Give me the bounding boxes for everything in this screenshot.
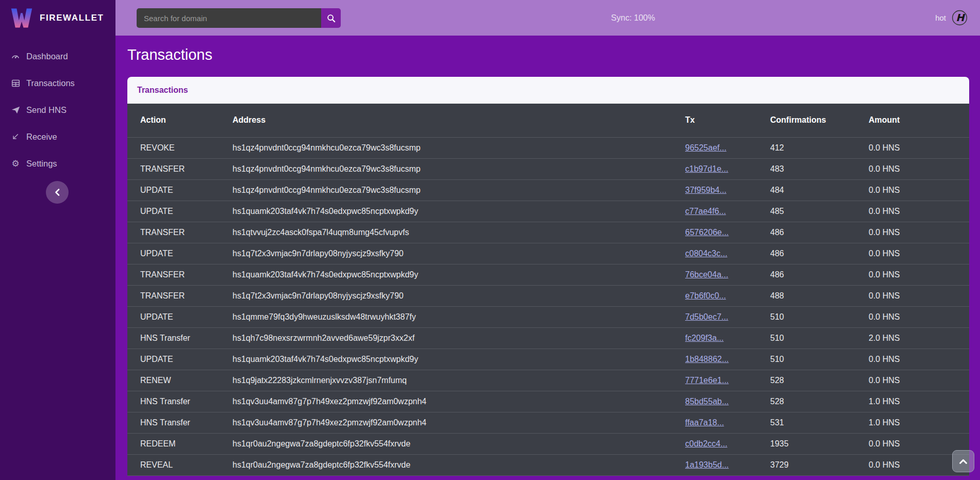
cell-confirmations: 528 xyxy=(770,391,869,412)
cell-confirmations: 1935 xyxy=(770,433,869,454)
tx-link[interactable]: ffaa7a18... xyxy=(685,418,724,427)
cell-tx: ffaa7a18... xyxy=(685,412,770,433)
gauge-icon xyxy=(10,51,21,61)
table-row: UPDATE hs1qz4pnvdnt0ccg94nmkhcu0ezca79wc… xyxy=(127,179,969,201)
cell-address: hs1q9jatx22283jzkcmlrnenjxvvzv387jsn7mfu… xyxy=(232,370,685,391)
table-row: RENEW hs1q9jatx22283jzkcmlrnenjxvvzv387j… xyxy=(127,370,969,391)
tx-link[interactable]: 7d5b0ec7... xyxy=(685,312,728,321)
tx-link[interactable]: c77ae4f6... xyxy=(685,207,726,216)
cell-amount: 0.0 HNS xyxy=(869,137,969,158)
cell-amount: 0.0 HNS xyxy=(869,349,969,370)
search-input[interactable] xyxy=(137,8,321,28)
cell-action: TRANSFER xyxy=(127,158,232,179)
tx-link[interactable]: 6576206e... xyxy=(685,228,729,237)
firewallet-logo-icon xyxy=(10,7,33,29)
brand-name: FIREWALLET xyxy=(40,13,104,23)
cell-tx: c0db2cc4... xyxy=(685,433,770,454)
cell-amount: 0.0 HNS xyxy=(869,158,969,179)
column-header-action: Action xyxy=(127,104,232,137)
cell-amount: 0.0 HNS xyxy=(869,370,969,391)
sidebar-item-label: Settings xyxy=(26,159,57,169)
wallet-name: hot xyxy=(935,13,946,22)
cell-action: UPDATE xyxy=(127,349,232,370)
table-row: HNS Transfer hs1qh7c98nexsrzwrmnh2avved6… xyxy=(127,327,969,349)
cell-tx: 96525aef... xyxy=(685,137,770,158)
paper-plane-icon xyxy=(10,105,21,115)
sidebar-item-receive[interactable]: Receive xyxy=(0,123,115,150)
chevron-left-icon xyxy=(55,189,60,196)
cell-address: hs1qtvvuj2zc4asck0fspa7l4uqm8umg45cfvupv… xyxy=(232,222,685,243)
search-icon xyxy=(327,14,336,23)
cell-tx: fc209f3a... xyxy=(685,327,770,349)
tx-link[interactable]: fc209f3a... xyxy=(685,334,724,342)
cell-tx: 76bce04a... xyxy=(685,264,770,285)
cell-action: HNS Transfer xyxy=(127,327,232,349)
cell-confirmations: 412 xyxy=(770,137,869,158)
sidebar: FIREWALLET Dashboard Tran xyxy=(0,0,115,480)
tx-link[interactable]: 1b848862... xyxy=(685,355,729,363)
table-row: TRANSFER hs1qz4pnvdnt0ccg94nmkhcu0ezca79… xyxy=(127,158,969,179)
cell-confirmations: 486 xyxy=(770,264,869,285)
sidebar-item-label: Dashboard xyxy=(26,52,68,61)
wallet-indicator: hot H xyxy=(935,0,968,36)
transactions-table-body: REVOKE hs1qz4pnvdnt0ccg94nmkhcu0ezca79wc… xyxy=(127,137,969,475)
sidebar-item-dashboard[interactable]: Dashboard xyxy=(0,43,115,70)
sidebar-item-settings[interactable]: ⚙ Settings xyxy=(0,150,115,177)
column-header-confirmations: Confirmations xyxy=(770,104,869,137)
sidebar-nav: Dashboard Transactions Send HNS xyxy=(0,43,115,177)
cell-address: hs1qr0au2ngegwa7za8gdeptc6fp32fkv554fxrv… xyxy=(232,433,685,454)
cell-action: TRANSFER xyxy=(127,285,232,306)
cell-address: hs1quamk203taf4vk7h74s0edxpwc85ncptxwpkd… xyxy=(232,264,685,285)
column-header-address: Address xyxy=(232,104,685,137)
cell-action: UPDATE xyxy=(127,306,232,327)
sidebar-item-label: Transactions xyxy=(26,78,75,88)
handshake-logo-icon[interactable]: H xyxy=(952,10,968,26)
cell-tx: 85bd55ab... xyxy=(685,391,770,412)
cell-address: hs1qv3uu4amv87g7p7h49xez2pmzwjf92am0wzpn… xyxy=(232,412,685,433)
tx-link[interactable]: 85bd55ab... xyxy=(685,397,729,406)
cell-address: hs1qmme79fq3dy9hweuzuslksdw48trwuyhkt387… xyxy=(232,306,685,327)
tx-link[interactable]: 37f959b4... xyxy=(685,186,726,194)
tx-link[interactable]: c1b97d1e... xyxy=(685,164,728,173)
table-row: TRANSFER hs1q7t2x3vmjac9n7drlapy08nyjysc… xyxy=(127,285,969,306)
tx-link[interactable]: 1a193b5d... xyxy=(685,460,729,469)
tx-link[interactable]: 76bce04a... xyxy=(685,270,728,279)
table-row: UPDATE hs1q7t2x3vmjac9n7drlapy08nyjyscjz… xyxy=(127,243,969,264)
sidebar-collapse-button[interactable] xyxy=(46,181,69,204)
cell-action: HNS Transfer xyxy=(127,391,232,412)
cell-tx: c77ae4f6... xyxy=(685,201,770,222)
cell-amount: 1.0 HNS xyxy=(869,391,969,412)
cell-amount: 1.0 HNS xyxy=(869,412,969,433)
sidebar-item-transactions[interactable]: Transactions xyxy=(0,70,115,96)
sidebar-item-send-hns[interactable]: Send HNS xyxy=(0,96,115,123)
cell-address: hs1quamk203taf4vk7h74s0edxpwc85ncptxwpkd… xyxy=(232,349,685,370)
search-button[interactable] xyxy=(321,8,341,28)
cell-address: hs1quamk203taf4vk7h74s0edxpwc85ncptxwpkd… xyxy=(232,201,685,222)
cell-address: hs1qz4pnvdnt0ccg94nmkhcu0ezca79wc3s8fucs… xyxy=(232,179,685,201)
cell-confirmations: 486 xyxy=(770,222,869,243)
cell-action: HNS Transfer xyxy=(127,412,232,433)
cell-amount: 0.0 HNS xyxy=(869,285,969,306)
tx-link[interactable]: c0804c3c... xyxy=(685,249,727,258)
cell-confirmations: 510 xyxy=(770,349,869,370)
tx-link[interactable]: 7771e6e1... xyxy=(685,376,729,385)
cell-tx: 7771e6e1... xyxy=(685,370,770,391)
tx-link[interactable]: 96525aef... xyxy=(685,143,726,152)
tx-link[interactable]: c0db2cc4... xyxy=(685,439,727,448)
cell-amount: 0.0 HNS xyxy=(869,201,969,222)
cell-confirmations: 528 xyxy=(770,370,869,391)
scroll-to-top-button[interactable] xyxy=(952,450,974,472)
cell-amount: 0.0 HNS xyxy=(869,306,969,327)
chevron-up-icon xyxy=(959,459,967,464)
cell-amount: 2.0 HNS xyxy=(869,327,969,349)
table-row: UPDATE hs1quamk203taf4vk7h74s0edxpwc85nc… xyxy=(127,349,969,370)
arrow-down-left-icon xyxy=(10,131,21,142)
cell-tx: 1a193b5d... xyxy=(685,454,770,475)
sidebar-item-label: Receive xyxy=(26,132,57,142)
gear-icon: ⚙ xyxy=(10,158,21,169)
tx-link[interactable]: e7b6f0c0... xyxy=(685,291,726,300)
cell-action: UPDATE xyxy=(127,201,232,222)
cell-action: UPDATE xyxy=(127,179,232,201)
table-row: REDEEM hs1qr0au2ngegwa7za8gdeptc6fp32fkv… xyxy=(127,433,969,454)
sidebar-item-label: Send HNS xyxy=(26,105,67,115)
